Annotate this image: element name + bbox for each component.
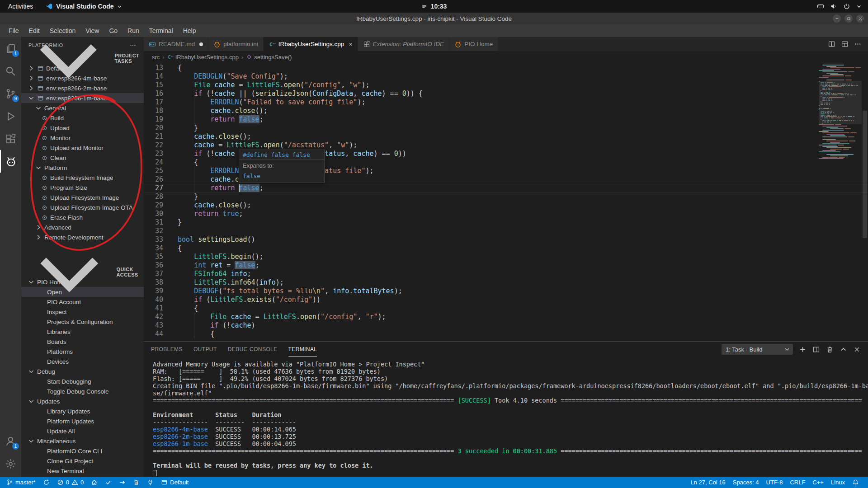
code-line-19[interactable]: 19 return false;: [144, 115, 868, 124]
code-line-18[interactable]: 18 cache.close();: [144, 107, 868, 115]
status-language[interactable]: C++: [809, 477, 827, 488]
sidebar-item-upload-filesystem-image-ota[interactable]: Upload Filesystem Image OTA: [21, 202, 144, 212]
status-eol[interactable]: CRLF: [786, 477, 809, 488]
close-panel-icon[interactable]: [853, 346, 861, 353]
status-pio-home[interactable]: [87, 477, 101, 488]
tab-readme-md[interactable]: README.md: [144, 37, 208, 51]
activity-item-source-control[interactable]: 9: [0, 82, 21, 105]
menu-file[interactable]: File: [4, 24, 24, 37]
tab-pio-home[interactable]: PIO Home: [449, 37, 498, 51]
sidebar-item-erase-flash[interactable]: Erase Flash: [21, 212, 144, 222]
sidebar-item-program-size[interactable]: Program Size: [21, 183, 144, 192]
menu-view[interactable]: View: [80, 24, 104, 37]
code-line-33[interactable]: 33bool settingsLoad(): [144, 235, 868, 244]
menu-selection[interactable]: Selection: [45, 24, 81, 37]
close-tab-icon[interactable]: ×: [349, 41, 352, 48]
menu-terminal[interactable]: Terminal: [144, 24, 178, 37]
code-line-39[interactable]: 39 DEBUGF("fs total bytes = %llu\n", inf…: [144, 287, 868, 296]
code-line-43[interactable]: 43 if (!cache): [144, 321, 868, 330]
code-line-21[interactable]: 21 cache.close();: [144, 132, 868, 141]
code-line-44[interactable]: 44 {: [144, 330, 868, 338]
sidebar-item-boards[interactable]: Boards: [21, 337, 144, 347]
code-line-36[interactable]: 36 int ret = false;: [144, 261, 868, 270]
activities-button[interactable]: Activities: [0, 0, 41, 13]
activity-item-platformio[interactable]: [0, 150, 21, 173]
tab-platformio-ini[interactable]: platformio.ini: [208, 37, 264, 51]
split-terminal-icon[interactable]: [812, 346, 820, 353]
activity-item-search[interactable]: [0, 60, 21, 82]
sidebar-item-toggle-debug-console[interactable]: Toggle Debug Console: [21, 386, 144, 396]
menu-edit[interactable]: Edit: [24, 24, 45, 37]
sidebar-item-miscellaneous[interactable]: Miscellaneous: [21, 436, 144, 446]
tab-extension-platformio-ide[interactable]: Extension: PlatformIO IDE: [358, 37, 450, 51]
activity-item-explorer[interactable]: 1: [0, 37, 21, 60]
sidebar-item-build-filesystem-image[interactable]: Build Filesystem Image: [21, 173, 144, 183]
sidebar-item-platform[interactable]: Platform: [21, 163, 144, 173]
code-line-32[interactable]: 32: [144, 227, 868, 235]
minimize-button[interactable]: [833, 14, 841, 23]
section-header-project-tasks[interactable]: PROJECT TASKS: [21, 53, 144, 63]
more-actions-icon[interactable]: [129, 42, 137, 49]
sidebar-item-monitor[interactable]: Monitor: [21, 133, 144, 143]
activity-item-extensions[interactable]: [0, 127, 21, 150]
app-menu-button[interactable]: Visual Studio Code: [41, 0, 126, 13]
code-line-35[interactable]: 35 LittleFS.begin();: [144, 253, 868, 261]
panel-tab-terminal[interactable]: TERMINAL: [288, 342, 317, 357]
code-line-13[interactable]: 13{: [144, 64, 868, 72]
maximize-panel-icon[interactable]: [840, 346, 847, 353]
breadcrumb-item-src[interactable]: src: [152, 54, 160, 61]
code-line-22[interactable]: 22 cache = LittleFS.open("/acstatus", "w…: [144, 141, 868, 150]
status-git-branch[interactable]: master*: [3, 477, 39, 488]
code-line-16[interactable]: 16 if (!cache || (serializeJson(ConfigDa…: [144, 89, 868, 98]
status-indentation[interactable]: Spaces: 4: [729, 477, 763, 488]
status-encoding[interactable]: UTF-8: [763, 477, 787, 488]
sidebar-item-upload-filesystem-image[interactable]: Upload Filesystem Image: [21, 192, 144, 202]
code-line-27[interactable]: 27 return false;: [144, 184, 868, 192]
status-pio-env[interactable]: Default: [157, 477, 192, 488]
breadcrumb-item-irbabyusersettings-cpp[interactable]: C++IRbabyUserSettings.cpp: [167, 54, 239, 61]
status-pio-clean[interactable]: [129, 477, 143, 488]
sidebar-item-platformio-core-cli[interactable]: PlatformIO Core CLI: [21, 446, 144, 456]
menu-run[interactable]: Run: [123, 24, 144, 37]
code-line-42[interactable]: 42 File cache = LittleFS.open("/config",…: [144, 313, 868, 321]
code-line-41[interactable]: 41 {: [144, 304, 868, 313]
sidebar-item-general[interactable]: General: [21, 103, 144, 113]
panel-tab-debug-console[interactable]: DEBUG CONSOLE: [228, 342, 278, 357]
sidebar-item-clean[interactable]: Clean: [21, 153, 144, 163]
sidebar-item-new-terminal[interactable]: New Terminal: [21, 466, 144, 476]
new-terminal-icon[interactable]: [799, 346, 807, 353]
kill-terminal-icon[interactable]: [826, 346, 834, 353]
more-actions-icon[interactable]: [854, 40, 862, 48]
minimap-slider[interactable]: [819, 81, 862, 124]
status-notifications[interactable]: [849, 477, 863, 488]
breadcrumb-item-settingssave[interactable]: settingsSave(): [246, 54, 292, 61]
panel-tab-output[interactable]: OUTPUT: [193, 342, 217, 357]
code-line-37[interactable]: 37 FSInfo64 info;: [144, 270, 868, 278]
clock[interactable]: 10:33: [421, 3, 447, 10]
activity-item-accounts[interactable]: 1: [0, 430, 21, 452]
split-editor-icon[interactable]: [828, 40, 835, 48]
editor[interactable]: 13{14 DEBUGLN("Save Config");15 File cac…: [144, 63, 868, 341]
terminal-picker[interactable]: 1: Task - Build: [722, 344, 793, 355]
status-cursor-position[interactable]: Ln 27, Col 16: [687, 477, 729, 488]
sidebar-item-clone-git-project[interactable]: Clone Git Project: [21, 456, 144, 466]
sidebar-item-libraries[interactable]: Libraries: [21, 327, 144, 337]
scrollbar-thumb[interactable]: [863, 111, 867, 238]
sidebar-item-debug[interactable]: Debug: [21, 366, 144, 376]
sidebar-item-library-updates[interactable]: Library Updates: [21, 406, 144, 416]
status-pio-serial-monitor[interactable]: [143, 477, 157, 488]
terminal-output[interactable]: Advanced Memory Usage is available via "…: [144, 357, 868, 477]
maximize-button[interactable]: [844, 14, 853, 23]
code-line-17[interactable]: 17 ERRORLN("Failed to save config file")…: [144, 98, 868, 107]
code-line-15[interactable]: 15 File cache = LittleFS.open("/config",…: [144, 81, 868, 89]
close-button[interactable]: [856, 14, 864, 23]
activity-item-run-debug[interactable]: [0, 105, 21, 127]
section-header-quick-access[interactable]: QUICK ACCESS: [21, 267, 144, 277]
sidebar-item-upload[interactable]: Upload: [21, 123, 144, 133]
sidebar-item-start-debugging[interactable]: Start Debugging: [21, 376, 144, 386]
sidebar-item-updates[interactable]: Updates: [21, 396, 144, 406]
sidebar-item-build[interactable]: Build: [21, 113, 144, 123]
code-line-29[interactable]: 29 cache.close();: [144, 201, 868, 210]
editor-layout-icon[interactable]: [841, 40, 849, 48]
tab-irbabyusersettings-cpp[interactable]: C++IRbabyUserSettings.cpp×: [264, 37, 358, 51]
